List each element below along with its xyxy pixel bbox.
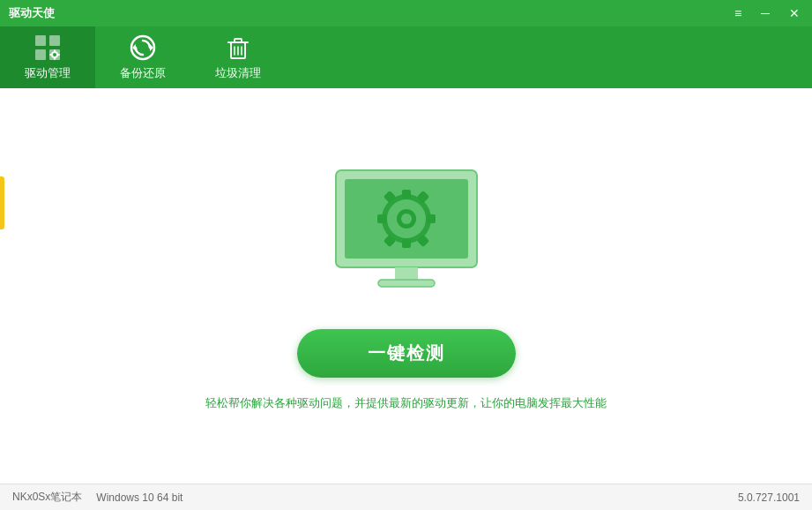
description-text: 轻松帮你解决各种驱动问题，并提供最新的驱动更新，让你的电脑发挥最大性能: [205, 395, 607, 411]
svg-rect-21: [395, 267, 418, 281]
svg-rect-30: [427, 214, 436, 223]
svg-rect-15: [235, 39, 242, 42]
titlebar: 驱动天使 ≡ ─ ✕: [0, 0, 812, 26]
nav-trash-clean-label: 垃圾清理: [215, 65, 261, 81]
app-title: 驱动天使: [9, 5, 55, 21]
monitor-svg: [318, 161, 495, 303]
minimize-button[interactable]: ─: [757, 5, 773, 21]
svg-point-26: [401, 214, 412, 224]
svg-rect-2: [35, 49, 46, 60]
svg-rect-7: [54, 57, 56, 60]
desc-normal: 轻松帮你解决各种驱动问题，并提供最新的驱动更新，: [205, 396, 480, 409]
nav-backup-restore[interactable]: 备份还原: [95, 26, 190, 88]
statusbar: NKx0Sx笔记本 Windows 10 64 bit 5.0.727.1001: [0, 484, 812, 510]
nav-driver-manage[interactable]: 驱动管理: [0, 26, 95, 88]
trash-clean-icon: [224, 34, 252, 62]
svg-point-5: [53, 53, 56, 56]
svg-marker-11: [150, 44, 153, 51]
svg-rect-0: [35, 35, 46, 46]
svg-rect-28: [402, 239, 411, 248]
svg-rect-1: [49, 35, 60, 46]
backup-restore-icon: [129, 34, 157, 62]
svg-rect-8: [49, 54, 52, 56]
version-number: 5.0.727.1001: [738, 491, 800, 504]
close-button[interactable]: ✕: [786, 5, 803, 21]
device-name: NKx0Sx笔记本: [12, 490, 82, 505]
nav-driver-manage-label: 驱动管理: [25, 65, 71, 81]
os-info: Windows 10 64 bit: [96, 491, 183, 504]
main-content: 一键检测 轻松帮你解决各种驱动问题，并提供最新的驱动更新，让你的电脑发挥最大性能: [0, 88, 812, 484]
svg-rect-29: [377, 214, 386, 223]
nav-backup-restore-label: 备份还原: [120, 65, 166, 81]
side-accent: [0, 176, 4, 229]
svg-rect-9: [57, 54, 60, 56]
monitor-illustration: [318, 161, 495, 303]
statusbar-left: NKx0Sx笔记本 Windows 10 64 bit: [12, 490, 183, 505]
scan-button[interactable]: 一键检测: [297, 329, 516, 378]
svg-rect-6: [54, 49, 56, 52]
svg-rect-27: [402, 190, 411, 199]
nav-trash-clean[interactable]: 垃圾清理: [190, 26, 286, 88]
svg-marker-12: [132, 44, 136, 51]
driver-manage-icon: [34, 34, 62, 62]
desc-highlight: 让你的电脑发挥最大性能: [480, 396, 607, 409]
navbar: 驱动管理 备份还原 垃圾清理: [0, 26, 812, 88]
titlebar-controls: ≡ ─ ✕: [731, 5, 803, 21]
svg-rect-22: [378, 280, 435, 287]
menu-button[interactable]: ≡: [731, 5, 745, 21]
